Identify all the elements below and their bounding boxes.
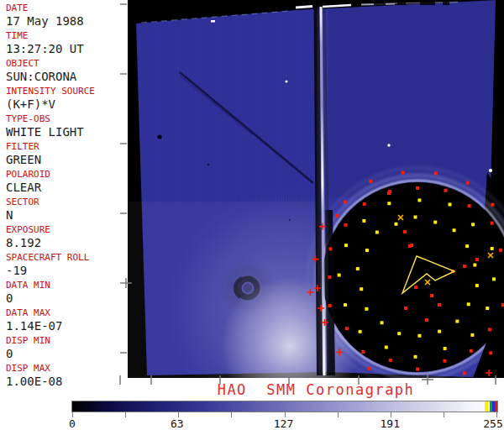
metadata-field-disp-max: DISP MAX1.00E-08 xyxy=(6,364,123,388)
colorbar-label-255: 255 xyxy=(483,417,502,430)
dust-speck xyxy=(157,134,161,139)
colorbar-tick xyxy=(125,412,126,417)
metadata-field-spacecraft-roll: SPACECRAFT ROLL-19 xyxy=(6,253,123,277)
field-label: FILTER xyxy=(6,142,123,152)
field-value: 8.192 xyxy=(6,236,123,249)
metadata-field-date: DATE17 May 1988 xyxy=(6,3,123,28)
field-label: DISP MIN xyxy=(6,336,123,346)
image-title: HAO SMM Coronagraph xyxy=(128,381,504,398)
field-value: (K+F)*V xyxy=(6,97,123,111)
field-value: N xyxy=(6,208,123,222)
film-texture xyxy=(134,13,323,206)
metadata-field-type-obs: TYPE-OBSWHITE LIGHT xyxy=(6,114,123,139)
field-label: OBJECT xyxy=(6,59,123,69)
colorbar xyxy=(71,401,498,412)
metadata-field-time: TIME13:27:20 UT xyxy=(6,31,123,55)
colorbar-tick xyxy=(231,412,232,417)
metadata-field-object: OBJECTSUN:CORONA xyxy=(6,59,123,83)
metadata-sidebar: DATE17 May 1988TIME13:27:20 UTOBJECTSUN:… xyxy=(0,0,124,430)
field-value: -19 xyxy=(6,264,123,277)
field-label: DATA MIN xyxy=(6,281,123,291)
field-label: TYPE-OBS xyxy=(6,114,123,124)
colorbar-label-63: 63 xyxy=(171,417,184,430)
field-label: DATE xyxy=(6,3,123,13)
colorbar-stripe xyxy=(495,401,497,412)
colorbar-label-0: 0 xyxy=(69,417,76,430)
field-value: GREEN xyxy=(6,153,123,166)
metadata-field-data-min: DATA MIN0 xyxy=(6,281,123,305)
field-label: SECTOR xyxy=(6,197,123,207)
field-value: SUN:CORONA xyxy=(6,70,123,83)
colorbar-label-191: 191 xyxy=(381,417,400,430)
field-value: CLEAR xyxy=(6,181,123,194)
field-label: DATA MAX xyxy=(6,308,123,318)
field-label: EXPOSURE xyxy=(6,225,123,235)
metadata-field-intensity-source: INTENSITY SOURCE(K+F)*V xyxy=(6,87,123,111)
colorbar-label-127: 127 xyxy=(274,417,293,430)
field-value: WHITE LIGHT xyxy=(6,125,123,139)
metadata-field-polaroid: POLAROIDCLEAR xyxy=(6,170,123,194)
field-label: POLAROID xyxy=(6,170,123,180)
colorbar-tick xyxy=(338,412,339,417)
field-label: DISP MAX xyxy=(6,364,123,374)
field-value: 0 xyxy=(6,291,123,305)
field-value: 1.14E-07 xyxy=(6,319,123,333)
metadata-field-disp-min: DISP MIN0 xyxy=(6,336,123,360)
metadata-field-sector: SECTORN xyxy=(6,197,123,222)
field-value: 17 May 1988 xyxy=(6,14,123,28)
field-label: INTENSITY SOURCE xyxy=(6,87,123,97)
app-window: DATE17 May 1988TIME13:27:20 UTOBJECTSUN:… xyxy=(0,0,504,430)
field-value: 0 xyxy=(6,347,123,360)
metadata-field-filter: FILTERGREEN xyxy=(6,142,123,166)
metadata-field-data-max: DATA MAX1.14E-07 xyxy=(6,308,123,333)
field-value: 13:27:20 UT xyxy=(6,42,123,55)
colorbar-tick xyxy=(444,412,444,417)
field-value: 1.00E-08 xyxy=(6,375,123,388)
occulting-disk xyxy=(323,182,504,372)
field-label: TIME xyxy=(6,31,123,41)
metadata-field-exposure: EXPOSURE8.192 xyxy=(6,225,123,249)
field-label: SPACECRAFT ROLL xyxy=(6,253,123,263)
